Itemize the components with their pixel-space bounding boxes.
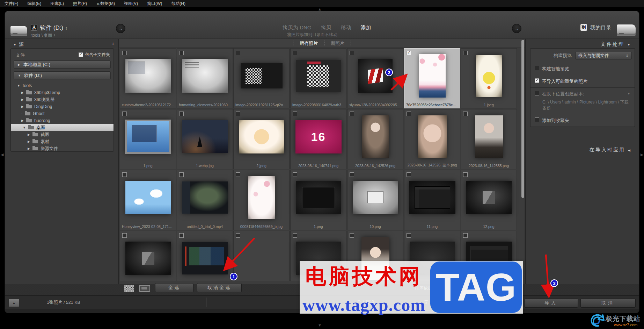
- method-option[interactable]: 拷贝为 DNG: [283, 24, 312, 31]
- photo-cell[interactable]: 11.png: [404, 170, 460, 230]
- chevron-right-icon[interactable]: ▶: [21, 119, 24, 122]
- photo-checkbox[interactable]: [179, 112, 184, 116]
- photo-cell[interactable]: 1.png: [120, 109, 176, 169]
- photo-checkbox[interactable]: [407, 112, 411, 116]
- option-checkbox[interactable]: [535, 91, 539, 95]
- photo-checkbox[interactable]: [407, 172, 411, 177]
- method-active[interactable]: 添加: [361, 24, 371, 31]
- tree-item[interactable]: ›Ghost: [21, 110, 44, 117]
- tree-item[interactable]: ▶资源文件: [28, 145, 58, 152]
- photo-checkbox[interactable]: [236, 112, 240, 116]
- photo-checkbox[interactable]: [179, 233, 184, 238]
- grid-view-icon[interactable]: [124, 285, 134, 292]
- photo-cell[interactable]: 1.jpeg: [461, 48, 517, 108]
- photo-cell[interactable]: untitled_0_trial_0.mp4: [177, 170, 233, 230]
- method-option[interactable]: 拷贝: [321, 24, 331, 31]
- photo-cell[interactable]: [177, 231, 233, 281]
- option-checkbox[interactable]: [535, 66, 539, 70]
- photo-checkbox[interactable]: [236, 233, 240, 238]
- chevron-right-icon[interactable]: ▶: [28, 147, 30, 150]
- tab-new-photos[interactable]: 新照片: [331, 40, 344, 47]
- photo-checkbox[interactable]: [122, 112, 127, 116]
- photo-cell-selected[interactable]: 76e7526955e26ebace7878c7d...: [404, 48, 460, 108]
- option-checkbox[interactable]: [535, 117, 539, 122]
- chevron-down-icon[interactable]: ▼: [627, 92, 630, 95]
- tab-all-photos[interactable]: 所有照片: [300, 40, 318, 47]
- photo-cell[interactable]: 10.png: [347, 170, 403, 230]
- photo-cell[interactable]: 2.jpeg: [233, 109, 290, 169]
- source-name[interactable]: 软件 (D:) ⇕: [40, 24, 68, 32]
- tree-item-selected[interactable]: ▼桌面: [11, 124, 114, 131]
- chevron-down-icon[interactable]: ▼: [17, 84, 20, 87]
- photo-cell[interactable]: 1.webp.jpg: [177, 109, 233, 169]
- photo-checkbox[interactable]: [179, 51, 184, 55]
- collapse-left-icon[interactable]: ◀: [1, 152, 3, 157]
- file-handling-option[interactable]: 添加到收藏夹: [530, 114, 635, 127]
- tree-item[interactable]: ▶素材: [28, 138, 49, 145]
- source-panel-title[interactable]: ▼ 源: [13, 41, 23, 48]
- chevron-right-icon[interactable]: ▶: [28, 133, 30, 136]
- loupe-view-icon[interactable]: [139, 285, 150, 292]
- tree-item[interactable]: ▶huorong: [21, 117, 50, 124]
- menu-item[interactable]: 文件(F): [0, 0, 23, 7]
- chevron-down-icon[interactable]: ▼: [23, 126, 26, 129]
- photo-checkbox[interactable]: [122, 51, 127, 55]
- photo-cell[interactable]: siyuan-128-20210604092205-d...: [347, 48, 403, 108]
- photo-checkbox[interactable]: [293, 233, 297, 238]
- add-source-button[interactable]: +: [111, 41, 115, 47]
- photo-checkbox[interactable]: [122, 233, 127, 238]
- photo-checkbox[interactable]: [350, 51, 354, 55]
- build-previews-dropdown[interactable]: 嵌入与附属文件⇕: [575, 52, 632, 59]
- photo-checkbox[interactable]: [350, 112, 354, 116]
- photo-checkbox[interactable]: [463, 172, 468, 177]
- photo-cell[interactable]: image-20220119231125-qt2oo...: [233, 48, 290, 108]
- photo-checkbox[interactable]: [463, 112, 468, 116]
- import-button[interactable]: 导入: [524, 299, 578, 308]
- photo-cell[interactable]: image-20220803164829-wrh3...: [290, 48, 346, 108]
- photo-checkbox[interactable]: [236, 172, 240, 177]
- cancel-button[interactable]: 取消: [580, 299, 636, 308]
- photo-cell[interactable]: 2023-08-16_142555.png: [461, 109, 517, 169]
- photo-checkbox[interactable]: [293, 172, 297, 177]
- photo-cell[interactable]: [120, 231, 176, 281]
- collapse-right-icon[interactable]: ▶: [641, 152, 643, 157]
- photo-checkbox[interactable]: [350, 172, 354, 177]
- include-subfolders-checkbox[interactable]: [79, 52, 83, 57]
- prev-arrow-button[interactable]: →: [116, 24, 125, 33]
- menu-item[interactable]: 帮助(H): [167, 0, 190, 7]
- chevron-right-icon[interactable]: ▶: [21, 105, 24, 108]
- tree-item[interactable]: ▶360zip$Temp: [21, 89, 60, 96]
- photo-cell[interactable]: 0008118446926569_b.jpg: [233, 170, 290, 230]
- menu-item[interactable]: 照片(P): [68, 0, 92, 7]
- file-handling-option[interactable]: 不导入可能重复的照片: [530, 75, 635, 87]
- tree-item[interactable]: ▶DingDing: [21, 103, 52, 110]
- file-handling-option[interactable]: 构建智能预览: [530, 63, 635, 75]
- photo-checkbox[interactable]: [236, 51, 240, 55]
- photo-checkbox[interactable]: [463, 51, 468, 55]
- photo-checkbox[interactable]: [463, 233, 468, 238]
- tree-item[interactable]: ▶360浏览器: [21, 96, 54, 103]
- photo-cell[interactable]: 1.png: [290, 170, 346, 230]
- photo-checkbox[interactable]: [122, 172, 127, 177]
- photo-cell[interactable]: 2023-08-16_142526_副本.png: [404, 109, 460, 169]
- menu-item[interactable]: 图库(L): [46, 0, 68, 7]
- method-option[interactable]: 移动: [341, 24, 351, 31]
- photo-checkbox[interactable]: [407, 233, 411, 238]
- select-all-button[interactable]: 全选: [155, 283, 193, 292]
- tree-item[interactable]: ▼tools: [17, 82, 32, 89]
- photo-cell[interactable]: formatting_elements-2021060...: [177, 48, 233, 108]
- photo-checkbox[interactable]: [407, 51, 411, 55]
- photo-cell[interactable]: 162023-08-16_140741.png: [290, 109, 346, 169]
- photo-cell[interactable]: custom-theme2-20210512172...: [120, 48, 176, 108]
- collapse-bottom-icon[interactable]: ▼: [318, 323, 322, 327]
- photo-cell[interactable]: 2023-08-16_142526.png: [347, 109, 403, 169]
- tree-item[interactable]: ▶截图: [28, 131, 49, 138]
- menu-item[interactable]: 编辑(E): [23, 0, 46, 7]
- include-subfolders[interactable]: 包含子文件夹: [79, 52, 110, 58]
- collapse-panel-button[interactable]: ▲: [8, 299, 20, 307]
- collapse-top-icon[interactable]: ▲: [318, 7, 322, 11]
- photo-cell[interactable]: Honeyview_2023-02-08_17153...: [120, 170, 176, 230]
- menu-item[interactable]: 元数据(M): [92, 0, 119, 7]
- grid-scrollbar[interactable]: [521, 40, 524, 198]
- apply-during-import-header[interactable]: 在导入时应用◀: [590, 147, 631, 153]
